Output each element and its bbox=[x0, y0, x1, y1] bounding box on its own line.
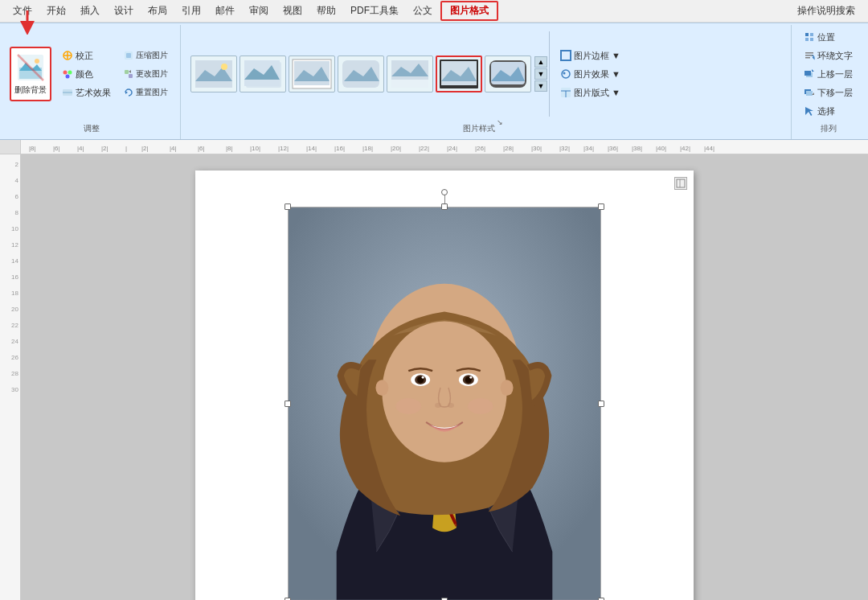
style-scroll-up[interactable]: ▲ bbox=[534, 56, 547, 68]
select-button[interactable]: 选择 bbox=[798, 102, 858, 120]
ruler-v-mark: 6 bbox=[0, 188, 20, 204]
ruler-vertical: 2 4 6 8 10 12 14 16 18 20 22 24 26 28 30 bbox=[0, 154, 21, 600]
arrange-group-label: 排列 bbox=[821, 123, 837, 134]
ruler-v-mark: 16 bbox=[0, 269, 20, 285]
img-border-icon bbox=[560, 50, 571, 61]
ruler-v-mark: 14 bbox=[0, 253, 20, 269]
style-thumb-5[interactable] bbox=[387, 55, 433, 92]
change-picture-button[interactable]: 更改图片 bbox=[118, 65, 174, 83]
menu-help[interactable]: 帮助 bbox=[310, 2, 342, 20]
ruler-v-mark: 8 bbox=[0, 204, 20, 220]
img-border-button[interactable]: 图片边框 ▼ bbox=[555, 47, 626, 64]
rotate-handle[interactable] bbox=[441, 189, 448, 195]
compress-button[interactable]: 压缩图片 bbox=[118, 47, 174, 64]
handle-top-left[interactable] bbox=[285, 203, 291, 210]
svg-rect-54 bbox=[805, 71, 811, 76]
change-icon bbox=[124, 69, 133, 79]
svg-text:|24|: |24| bbox=[447, 145, 457, 152]
menu-insert[interactable]: 插入 bbox=[74, 2, 106, 20]
wrap-text-button[interactable]: 环绕文字 bbox=[798, 47, 858, 64]
svg-text:|26|: |26| bbox=[475, 145, 485, 152]
down-layer-label: 下移一层 bbox=[817, 87, 853, 99]
menu-pdf[interactable]: PDF工具集 bbox=[344, 2, 405, 20]
style-thumb-1[interactable] bbox=[190, 55, 237, 92]
wrap-text-icon bbox=[804, 50, 815, 61]
style-thumb-4[interactable] bbox=[338, 55, 384, 92]
menu-search[interactable]: 操作说明搜索 bbox=[791, 2, 862, 20]
up-layer-icon bbox=[804, 68, 815, 80]
correct-button[interactable]: 校正 bbox=[56, 47, 117, 64]
menu-ref[interactable]: 引用 bbox=[175, 2, 207, 20]
svg-text:|14|: |14| bbox=[306, 145, 317, 152]
reset-picture-button[interactable]: 重置图片 bbox=[118, 84, 174, 101]
adjust-group-label: 调整 bbox=[84, 123, 100, 134]
handle-mid-left[interactable] bbox=[285, 401, 291, 407]
ruler-v-mark: 10 bbox=[0, 220, 20, 236]
menu-picture-format[interactable]: 图片格式 bbox=[440, 1, 498, 21]
svg-text:|18|: |18| bbox=[362, 145, 373, 152]
styles-expand-btn[interactable]: ↘ bbox=[497, 118, 508, 129]
ruler-v-mark: 30 bbox=[0, 381, 20, 397]
menu-layout[interactable]: 布局 bbox=[141, 2, 174, 20]
svg-rect-47 bbox=[810, 33, 813, 36]
menu-file[interactable]: 文件 bbox=[6, 2, 39, 20]
style-thumb-2[interactable] bbox=[240, 55, 286, 92]
menu-view[interactable]: 视图 bbox=[276, 2, 309, 20]
styles-group-label: 图片样式 bbox=[463, 123, 495, 134]
svg-text:|6|: |6| bbox=[53, 145, 60, 152]
svg-rect-48 bbox=[805, 38, 809, 41]
document-area bbox=[21, 154, 868, 600]
img-effect-icon bbox=[560, 68, 571, 80]
img-effect-button[interactable]: 图片效果 ▼ bbox=[555, 65, 626, 83]
menu-design[interactable]: 设计 bbox=[108, 2, 140, 20]
svg-rect-50 bbox=[805, 52, 813, 54]
adjust-buttons: 删除背景 校正 bbox=[10, 28, 174, 120]
ruler-v-mark: 26 bbox=[0, 349, 20, 365]
style-scroll-down[interactable]: ▼ bbox=[534, 68, 547, 80]
menu-review[interactable]: 审阅 bbox=[243, 2, 275, 20]
picture[interactable] bbox=[288, 207, 601, 600]
svg-point-103 bbox=[435, 403, 441, 408]
style-thumb-3[interactable] bbox=[289, 55, 335, 92]
svg-point-104 bbox=[448, 403, 454, 408]
svg-point-22 bbox=[221, 64, 227, 70]
img-layout-button[interactable]: 图片版式 ▼ bbox=[555, 84, 626, 101]
artistic-button[interactable]: 艺术效果 bbox=[56, 84, 117, 101]
up-layer-button[interactable]: 上移一层 bbox=[798, 65, 858, 83]
ribbon-content: 删除背景 校正 bbox=[0, 23, 868, 139]
ruler-v-mark: 28 bbox=[0, 365, 20, 381]
handle-top-center[interactable] bbox=[441, 203, 448, 210]
style-thumb-7[interactable] bbox=[485, 55, 531, 92]
handle-top-right[interactable] bbox=[598, 203, 604, 210]
menu-mail[interactable]: 邮件 bbox=[209, 2, 241, 20]
style-scroll-expand[interactable]: ▼ bbox=[534, 80, 547, 92]
page-resize-icon[interactable] bbox=[674, 177, 687, 190]
change-label: 更改图片 bbox=[136, 68, 168, 80]
artistic-label: 艺术效果 bbox=[76, 87, 111, 99]
svg-rect-16 bbox=[126, 53, 131, 58]
style-thumb-6[interactable] bbox=[436, 55, 482, 92]
svg-text:|28|: |28| bbox=[503, 145, 514, 152]
svg-text:|8|: |8| bbox=[29, 145, 36, 152]
handle-mid-right[interactable] bbox=[598, 401, 604, 407]
ruler-v-mark: 12 bbox=[0, 236, 20, 253]
remove-bg-button[interactable]: 删除背景 bbox=[10, 47, 51, 101]
svg-text:|4|: |4| bbox=[77, 145, 84, 152]
menu-doc[interactable]: 公文 bbox=[407, 2, 439, 20]
img-layout-label: 图片版式 bbox=[574, 87, 609, 99]
down-layer-button[interactable]: 下移一层 bbox=[798, 84, 858, 101]
img-layout-icon bbox=[560, 87, 571, 98]
svg-text:|34|: |34| bbox=[583, 145, 594, 152]
position-button[interactable]: 位置 bbox=[798, 28, 858, 46]
ribbon-group-adjust: 删除背景 校正 bbox=[3, 25, 181, 139]
color-button[interactable]: 颜色 bbox=[56, 65, 117, 83]
arrange-buttons: 位置 环绕文字 上 bbox=[798, 28, 858, 120]
menu-bar: 文件 开始 插入 设计 布局 引用 邮件 审阅 视图 帮助 PDF工具集 公文 … bbox=[0, 0, 868, 23]
menu-home[interactable]: 开始 bbox=[40, 2, 72, 20]
svg-text:|8|: |8| bbox=[226, 145, 233, 152]
reset-label: 重置图片 bbox=[136, 87, 168, 98]
image-container[interactable] bbox=[288, 207, 601, 600]
svg-marker-55 bbox=[812, 69, 814, 72]
img-border-arrow: ▼ bbox=[612, 51, 620, 60]
correct-icon bbox=[62, 50, 73, 61]
